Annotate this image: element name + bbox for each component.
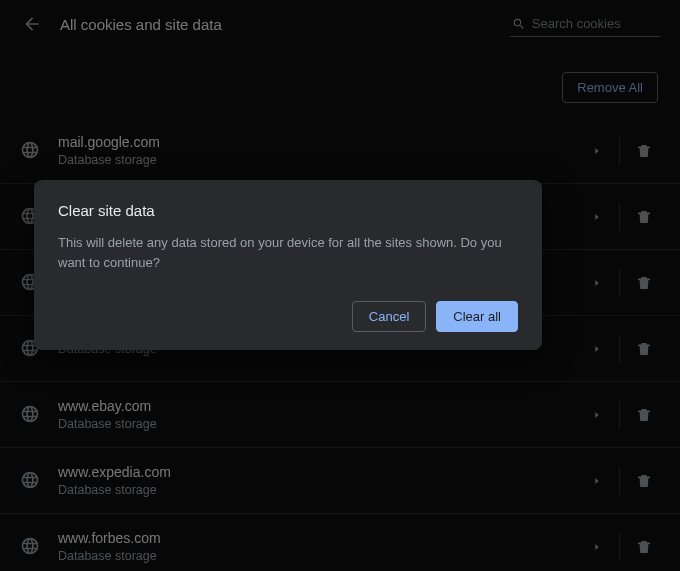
dialog-body: This will delete any data stored on your… xyxy=(58,233,518,273)
clear-all-button[interactable]: Clear all xyxy=(436,301,518,332)
dialog-title: Clear site data xyxy=(58,202,518,219)
clear-site-data-dialog: Clear site data This will delete any dat… xyxy=(34,180,542,350)
dialog-actions: Cancel Clear all xyxy=(58,301,518,332)
cookies-settings-page: All cookies and site data Remove All mai… xyxy=(0,0,680,571)
cancel-button[interactable]: Cancel xyxy=(352,301,426,332)
